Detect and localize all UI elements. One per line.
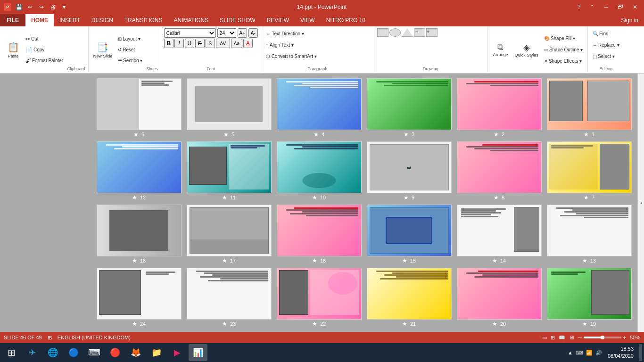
- redo-qat-btn[interactable]: ↪: [37, 2, 46, 12]
- list-item[interactable]: ★16: [275, 205, 363, 264]
- list-item[interactable]: ★7: [545, 141, 633, 201]
- minimize-btn[interactable]: ─: [601, 3, 611, 11]
- find-button[interactable]: 🔍 Find: [591, 28, 621, 39]
- increase-font-btn[interactable]: A+: [238, 28, 247, 38]
- tab-insert[interactable]: INSERT: [54, 14, 86, 26]
- list-item[interactable]: ★4: [275, 78, 363, 138]
- shape-oval[interactable]: [389, 28, 401, 37]
- list-item[interactable]: ★21: [365, 268, 453, 327]
- replace-button[interactable]: ↔ Replace ▾: [591, 40, 621, 50]
- zoom-in-btn[interactable]: +: [623, 335, 626, 340]
- layout-button[interactable]: ⊞ Layout ▾: [116, 34, 144, 44]
- zoom-slider[interactable]: ─ +: [578, 335, 626, 340]
- list-item[interactable]: ★6: [95, 78, 182, 138]
- italic-btn[interactable]: I: [174, 39, 184, 48]
- slide-thumb-9[interactable]: 📷: [367, 141, 452, 193]
- list-item[interactable]: ★8: [455, 141, 543, 201]
- slide-thumb-13[interactable]: [547, 205, 632, 256]
- strikethrough-btn[interactable]: S: [195, 39, 205, 48]
- undo-qat-btn[interactable]: ↩: [25, 2, 35, 12]
- list-item[interactable]: ★3: [365, 78, 453, 138]
- taskbar-firefox[interactable]: 🦊: [126, 344, 145, 361]
- list-item[interactable]: ★19: [545, 268, 633, 327]
- select-button[interactable]: ⬚ Select ▾: [591, 51, 621, 61]
- quick-styles-button[interactable]: ◈ Quick Styles: [513, 41, 540, 58]
- slide-thumb-5[interactable]: [187, 78, 272, 130]
- slide-thumb-17[interactable]: [187, 205, 272, 256]
- tab-view[interactable]: VIEW: [295, 14, 321, 26]
- bold-btn[interactable]: B: [164, 39, 173, 48]
- save-qat-btn[interactable]: 💾: [14, 2, 24, 12]
- slide-thumb-18[interactable]: [97, 205, 182, 256]
- list-item[interactable]: ★10: [275, 141, 363, 201]
- align-text-button[interactable]: ≡ Align Text ▾: [264, 40, 296, 50]
- font-family-select[interactable]: Calibri: [164, 28, 216, 38]
- slide-thumb-23[interactable]: [187, 268, 272, 320]
- slide-thumb-19[interactable]: [547, 268, 632, 320]
- tab-slideshow[interactable]: SLIDE SHOW: [214, 14, 261, 26]
- paste-button[interactable]: 📋 Paste: [5, 37, 22, 63]
- slide-thumb-1[interactable]: [547, 78, 632, 130]
- taskbar-chrome[interactable]: 🔴: [106, 344, 124, 361]
- taskbar-clock[interactable]: 18:53 08/04/2020: [604, 346, 637, 360]
- reading-view-btn[interactable]: 📖: [559, 335, 565, 341]
- zoom-out-btn[interactable]: ─: [578, 335, 582, 340]
- slide-thumb-14[interactable]: [457, 205, 542, 256]
- list-item[interactable]: ★18: [95, 205, 182, 264]
- tab-animations[interactable]: ANIMATIONS: [168, 14, 214, 26]
- tray-arrow[interactable]: ▲: [568, 350, 573, 355]
- slide-thumb-11[interactable]: [187, 141, 272, 193]
- shape-effects-button[interactable]: ✦ Shape Effects ▾: [542, 56, 585, 66]
- slide-thumb-15[interactable]: [367, 205, 452, 256]
- taskbar-explorer[interactable]: 📁: [147, 344, 166, 361]
- decrease-font-btn[interactable]: A-: [248, 28, 258, 38]
- shape-fill-button[interactable]: 🎨 Shape Fill ▾: [542, 33, 585, 44]
- shape-more[interactable]: +: [426, 28, 438, 37]
- tab-review[interactable]: REVIEW: [261, 14, 295, 26]
- list-item[interactable]: ★23: [185, 268, 272, 327]
- slide-thumb-3[interactable]: [367, 78, 452, 130]
- slide-thumb-8[interactable]: [457, 141, 542, 193]
- help-btn[interactable]: ?: [575, 3, 584, 11]
- taskbar-ie[interactable]: 🌐: [43, 344, 62, 361]
- tab-transitions[interactable]: TRANSITIONS: [119, 14, 168, 26]
- format-painter-button[interactable]: 🖌 Format Painter: [24, 56, 65, 66]
- file-menu-btn[interactable]: FILE: [0, 14, 25, 26]
- convert-smartart-button[interactable]: ⬡ Convert to SmartArt ▾: [264, 51, 319, 61]
- slide-thumb-4[interactable]: [277, 78, 362, 130]
- list-item[interactable]: ★13: [545, 205, 633, 264]
- section-button[interactable]: ☰ Section ▾: [116, 56, 144, 66]
- zoom-track[interactable]: [584, 337, 621, 338]
- restore-btn[interactable]: 🗗: [615, 3, 626, 11]
- arrange-button[interactable]: ⧉ Arrange: [490, 41, 511, 58]
- changecase-btn[interactable]: Aa: [231, 39, 242, 48]
- taskbar-keyboard[interactable]: ⌨: [85, 344, 104, 361]
- list-item[interactable]: 📷 ★9: [365, 141, 453, 201]
- slide-thumb-2[interactable]: [457, 78, 542, 130]
- start-btn[interactable]: ⊞: [2, 344, 21, 361]
- right-panel-toggle[interactable]: ◂: [637, 74, 644, 332]
- charspacing-btn[interactable]: AV: [216, 39, 230, 48]
- new-slide-button[interactable]: 📑 New Slide: [91, 37, 115, 63]
- show-desktop-btn[interactable]: [639, 344, 642, 361]
- list-item[interactable]: ★5: [185, 78, 272, 138]
- taskbar-telegram[interactable]: ✈: [23, 344, 41, 361]
- slide-thumb-24[interactable]: [97, 268, 182, 320]
- font-size-select[interactable]: 24: [217, 28, 236, 38]
- cut-button[interactable]: ✂ Cut: [24, 34, 65, 44]
- text-direction-button[interactable]: ↔ Text Direction ▾: [264, 28, 306, 39]
- shape-arrow[interactable]: →: [414, 28, 425, 37]
- list-item[interactable]: ★22: [275, 268, 363, 327]
- shape-triangle[interactable]: [402, 28, 413, 37]
- slide-thumb-22[interactable]: [277, 268, 362, 320]
- slide-sorter-btn[interactable]: ⊞: [551, 335, 555, 341]
- list-item[interactable]: ★17: [185, 205, 272, 264]
- slide-thumb-12[interactable]: [97, 141, 182, 193]
- slide-sorter[interactable]: ★6 ★5: [0, 74, 637, 332]
- slide-thumb-21[interactable]: [367, 268, 452, 320]
- tab-home[interactable]: HOME: [25, 14, 54, 26]
- reset-button[interactable]: ↺ Reset: [116, 45, 144, 55]
- close-btn[interactable]: ✕: [630, 3, 640, 11]
- underline-btn[interactable]: U: [185, 39, 194, 48]
- list-item[interactable]: ★15: [365, 205, 453, 264]
